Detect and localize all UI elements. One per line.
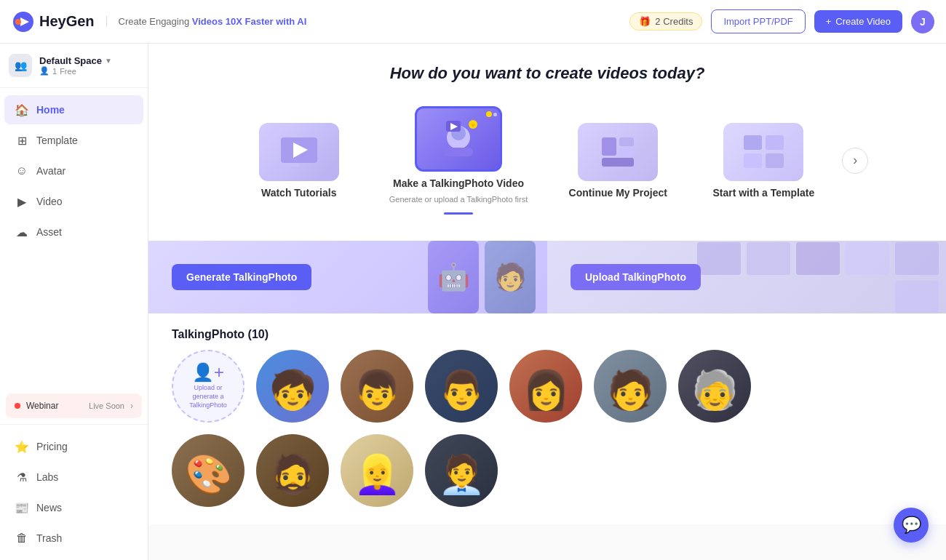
carousel-next-button[interactable]: ›	[842, 148, 868, 174]
webinar-label: Webinar	[26, 401, 83, 411]
nav-items: 🏠 Home ⊞ Template ☺ Avatar ▶ Video ☁ Ass…	[0, 88, 148, 388]
card-talking-photo-label: Make a TalkingPhoto Video	[393, 177, 524, 189]
sidebar-item-video-label: Video	[36, 196, 63, 207]
card-continue-label: Continue My Project	[569, 187, 667, 199]
webinar-live-dot	[15, 403, 20, 409]
sidebar-item-labs-label: Labs	[36, 471, 58, 483]
create-video-button[interactable]: + Create Video	[814, 10, 902, 33]
logo[interactable]: HeyGen	[12, 10, 95, 33]
talking-photo-banner: Generate TalkingPhoto 🤖 🧑 Upload Talking…	[148, 241, 946, 313]
tagline-prefix: Create Engaging	[119, 16, 192, 27]
sidebar-item-pricing[interactable]: ⭐ Pricing	[4, 432, 143, 461]
card-start-template[interactable]: Start with a Template	[691, 111, 836, 210]
sidebar-item-labs[interactable]: ⚗ Labs	[4, 463, 143, 492]
chat-fab[interactable]: 💬	[894, 508, 929, 543]
page-question: How do you want to create videos today?	[148, 44, 946, 95]
svg-rect-20	[766, 153, 784, 168]
photo-item-1[interactable]: 🧒	[256, 350, 329, 423]
workspace-users: 1	[52, 67, 57, 76]
avatar[interactable]: J	[911, 10, 934, 33]
gift-icon: 🎁	[639, 16, 651, 27]
logo-icon	[12, 10, 35, 33]
talking-photo-section-title: TalkingPhoto (10)	[148, 313, 946, 350]
sidebar-item-template[interactable]: ⊞ Template	[4, 126, 143, 155]
sidebar-item-asset[interactable]: ☁ Asset	[4, 217, 143, 247]
photo-item-5[interactable]: 🧑	[594, 350, 667, 423]
svg-rect-15	[619, 148, 634, 156]
photo-item-9[interactable]: 👱‍♀️	[341, 434, 413, 507]
card-continue-image	[578, 123, 658, 181]
svg-rect-5	[281, 163, 299, 167]
labs-icon: ⚗	[15, 470, 29, 484]
tagline-highlight: Videos 10X Faster with AI	[192, 16, 307, 27]
upload-talking-photo-button[interactable]: Upload TalkingPhoto	[571, 264, 701, 290]
svg-rect-16	[602, 158, 634, 167]
card-tutorials[interactable]: Watch Tutorials	[226, 111, 372, 210]
photo-item-7[interactable]: 🎨	[172, 434, 245, 507]
chevron-down-icon: ▼	[105, 57, 112, 65]
video-icon: ▶	[15, 194, 29, 209]
sidebar-item-news-label: News	[36, 502, 62, 513]
chevron-right-icon: ›	[853, 153, 857, 168]
svg-point-2	[15, 19, 21, 25]
import-button[interactable]: Import PPT/PDF	[711, 9, 805, 33]
active-indicator	[444, 212, 473, 215]
sidebar: 👥 Default Space ▼ 👤 1 Free 🏠 Home ⊞	[0, 44, 148, 560]
header-right: 🎁 2 Credits Import PPT/PDF + Create Vide…	[629, 9, 934, 33]
sidebar-item-avatar[interactable]: ☺ Avatar	[4, 156, 143, 185]
svg-rect-18	[766, 135, 784, 150]
photo-item-10[interactable]: 🧑‍💼	[425, 434, 498, 507]
card-talking-photo[interactable]: Make a TalkingPhoto Video Generate or up…	[372, 95, 546, 226]
main-content: How do you want to create videos today? …	[148, 44, 946, 560]
workspace-section[interactable]: 👥 Default Space ▼ 👤 1 Free	[0, 44, 148, 88]
card-talking-photo-sub: Generate or upload a TalkingPhoto first	[389, 195, 528, 204]
create-video-label: Create Video	[835, 16, 891, 27]
webinar-arrow-icon: ›	[130, 401, 133, 411]
trash-icon: 🗑	[15, 531, 29, 545]
workspace-icon: 👥	[9, 54, 32, 77]
photo-item-2[interactable]: 👦	[341, 350, 413, 423]
sidebar-item-news[interactable]: 📰 News	[4, 493, 143, 522]
sidebar-item-trash[interactable]: 🗑 Trash	[4, 524, 143, 553]
generate-talking-photo-button[interactable]: Generate TalkingPhoto	[172, 264, 311, 290]
svg-rect-17	[744, 135, 762, 150]
sidebar-item-template-label: Template	[36, 135, 78, 146]
plus-icon: +	[826, 16, 832, 27]
template-icon: ⊞	[15, 133, 29, 148]
cards-row: Watch Tutorials Make a TalkingPhoto Vide…	[148, 95, 946, 241]
sidebar-item-trash-label: Trash	[36, 532, 62, 544]
photo-item-6[interactable]: 🧓	[678, 350, 751, 423]
sidebar-item-pricing-label: Pricing	[36, 441, 68, 452]
upload-placeholder[interactable]: 👤+ Upload orgenerate aTalkingPhoto	[172, 350, 245, 423]
credits-count: 2 Credits	[655, 16, 693, 27]
photo-item-8[interactable]: 🧔	[256, 434, 329, 507]
logo-text: HeyGen	[39, 13, 95, 30]
card-talking-photo-image	[415, 106, 502, 172]
photo-item-3[interactable]: 👨	[425, 350, 498, 423]
news-icon: 📰	[15, 500, 29, 515]
sidebar-item-home-label: Home	[36, 104, 65, 116]
asset-icon: ☁	[15, 225, 29, 239]
photo-grid-row1: 👤+ Upload orgenerate aTalkingPhoto 🧒 👦 👨	[148, 350, 946, 434]
sidebar-item-video[interactable]: ▶ Video	[4, 187, 143, 216]
pricing-icon: ⭐	[15, 439, 29, 454]
svg-rect-14	[619, 137, 634, 146]
photo-item-4[interactable]: 👩	[509, 350, 582, 423]
workspace-plan: Free	[60, 67, 76, 76]
svg-rect-13	[602, 137, 616, 156]
generate-banner: Generate TalkingPhoto 🤖 🧑	[148, 241, 547, 313]
card-continue[interactable]: Continue My Project	[545, 111, 691, 210]
photo-grid-row2: 🎨 🧔 👱‍♀️ 🧑‍💼	[148, 434, 946, 524]
avatar-icon: ☺	[15, 164, 29, 178]
webinar-banner[interactable]: Webinar Live Soon ›	[6, 393, 142, 418]
webinar-status: Live Soon	[89, 401, 124, 410]
people-icon: 👤	[39, 66, 49, 76]
header: HeyGen Create Engaging Videos 10X Faster…	[0, 0, 946, 44]
card-start-template-image	[723, 123, 803, 181]
upload-banner: Upload TalkingPhoto	[547, 241, 946, 313]
svg-rect-8	[444, 148, 473, 156]
credits-badge[interactable]: 🎁 2 Credits	[629, 12, 702, 31]
card-start-template-label: Start with a Template	[712, 187, 814, 199]
card-tutorials-label: Watch Tutorials	[261, 187, 336, 199]
sidebar-item-home[interactable]: 🏠 Home	[4, 95, 143, 124]
